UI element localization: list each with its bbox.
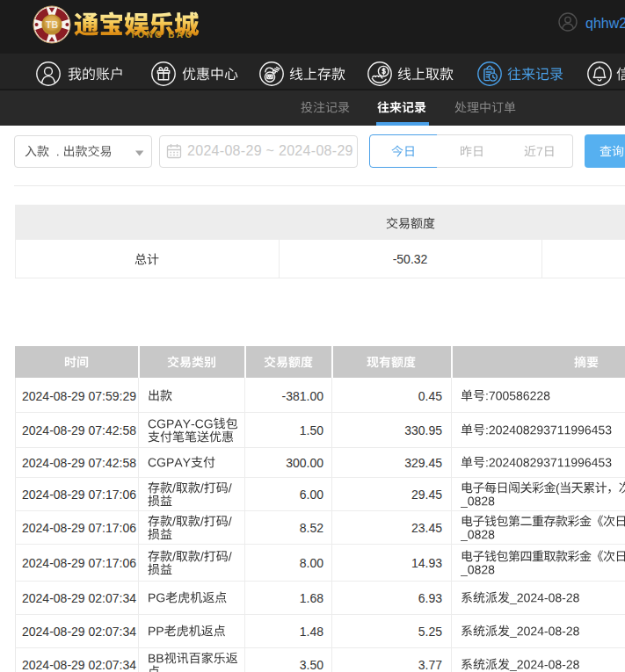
svg-text:TB: TB <box>46 19 58 30</box>
